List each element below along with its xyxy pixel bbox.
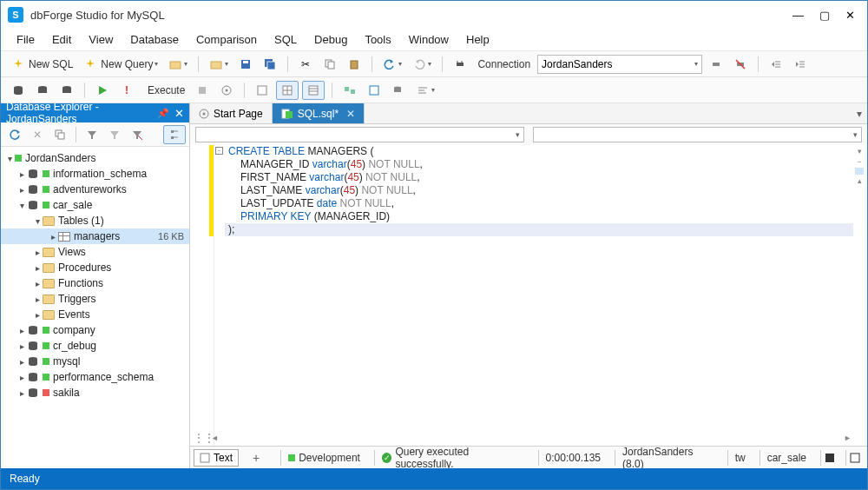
- app-logo-icon: S: [8, 7, 23, 23]
- menu-comparison[interactable]: Comparison: [189, 30, 264, 49]
- execute-button[interactable]: Execute: [141, 83, 188, 98]
- new-sql-button[interactable]: New SQL: [8, 56, 76, 73]
- chevron-right-icon: ▸: [16, 326, 27, 335]
- tree-folder-events[interactable]: ▸Events: [1, 307, 189, 322]
- format-button[interactable]: ▾: [412, 82, 438, 99]
- close-tab-button[interactable]: ✕: [346, 108, 355, 120]
- connection-toggle-button[interactable]: [450, 56, 470, 73]
- scroll-options-button[interactable]: ▾: [858, 147, 862, 156]
- execution-status: ✓Query executed successfully.: [374, 450, 531, 466]
- new-window-button[interactable]: [49, 126, 70, 143]
- maximize-button[interactable]: ▢: [819, 9, 830, 22]
- save-all-button[interactable]: [260, 56, 280, 73]
- tree-table-managers[interactable]: ▸managers16 KB: [1, 228, 189, 244]
- redo-button[interactable]: ▾: [409, 56, 435, 73]
- menu-sql[interactable]: SQL: [267, 30, 304, 49]
- filter-database-select[interactable]: ▾: [533, 127, 862, 142]
- add-db-button[interactable]: [388, 82, 409, 99]
- tree-database[interactable]: ▸information_schema: [1, 166, 189, 182]
- pin-icon[interactable]: 📌: [157, 108, 169, 119]
- cut-button[interactable]: ✂: [295, 56, 316, 73]
- layout-toggle-button[interactable]: [820, 450, 838, 466]
- tree-database[interactable]: ▸company: [1, 322, 189, 338]
- menu-help[interactable]: Help: [459, 30, 496, 49]
- scroll-up-button[interactable]: ▴: [858, 176, 862, 185]
- hscrollbar[interactable]: ◄►: [211, 433, 852, 443]
- tree-folder-triggers[interactable]: ▸Triggers: [1, 291, 189, 307]
- minus-icon[interactable]: −: [857, 157, 861, 166]
- expand-collapse-button[interactable]: [163, 125, 186, 144]
- layout-toggle-button[interactable]: [845, 450, 864, 466]
- filter-1-button[interactable]: [82, 126, 102, 143]
- connection-name: JordanSanders: [25, 152, 95, 164]
- menu-window[interactable]: Window: [402, 30, 456, 49]
- stop-button[interactable]: [192, 82, 213, 99]
- tab-start-page[interactable]: Start Page: [190, 103, 273, 123]
- refresh-button[interactable]: [4, 126, 25, 143]
- connect-button[interactable]: [706, 56, 727, 73]
- tab-sql-file[interactable]: SQL.sql*✕: [273, 103, 365, 123]
- database-icon: [27, 356, 39, 367]
- outdent-button[interactable]: [766, 56, 786, 73]
- indent-button[interactable]: [790, 56, 811, 73]
- filter-connection-select[interactable]: ▾: [195, 127, 524, 142]
- menu-edit[interactable]: Edit: [45, 30, 78, 49]
- square-icon: [825, 453, 835, 463]
- save-button[interactable]: [235, 56, 256, 73]
- separator: [332, 83, 332, 98]
- fold-column: -: [214, 145, 225, 446]
- close-button[interactable]: ✕: [845, 9, 855, 22]
- delete-button[interactable]: ✕: [27, 126, 48, 143]
- connection-select[interactable]: JordanSanders ▾: [537, 55, 702, 74]
- db-action-2-button[interactable]: [32, 82, 53, 99]
- tree-database[interactable]: ▸cr_debug: [1, 338, 189, 354]
- minimize-button[interactable]: —: [792, 9, 804, 22]
- undo-button[interactable]: ▾: [379, 56, 405, 73]
- menu-tools[interactable]: Tools: [358, 30, 398, 49]
- menu-view[interactable]: View: [82, 30, 120, 49]
- table-toggle-button[interactable]: [302, 81, 325, 100]
- tab-overflow-button[interactable]: ▾: [852, 103, 867, 123]
- tree-folder-views[interactable]: ▸Views: [1, 244, 189, 260]
- db-action-3-button[interactable]: [56, 82, 77, 99]
- tree-folder-functions[interactable]: ▸Functions: [1, 275, 189, 291]
- tree-database[interactable]: ▸mysql: [1, 354, 189, 369]
- tree-folder-procedures[interactable]: ▸Procedures: [1, 260, 189, 275]
- menu-database[interactable]: Database: [123, 30, 186, 49]
- target-button[interactable]: [216, 82, 237, 99]
- target-icon: [220, 83, 233, 97]
- add-view-button[interactable]: +: [246, 451, 266, 465]
- tree-database[interactable]: ▸sakila: [1, 385, 189, 401]
- text-view-tab[interactable]: Text: [194, 449, 239, 467]
- tree-database[interactable]: ▾car_sale: [1, 197, 189, 213]
- menu-file[interactable]: File: [10, 30, 42, 49]
- tree-database[interactable]: ▸performance_schema: [1, 369, 189, 385]
- separator: [372, 56, 372, 72]
- disconnect-button[interactable]: [730, 56, 751, 73]
- filter-3-button[interactable]: [127, 126, 148, 143]
- tree-folder-tables[interactable]: ▾Tables (1): [1, 213, 189, 228]
- new-query-button[interactable]: New Query ▾: [80, 56, 161, 73]
- copy-button[interactable]: [319, 56, 340, 73]
- code-editor[interactable]: - CREATE TABLE MANAGERS ( MANAGER_ID var…: [190, 145, 867, 446]
- join-button[interactable]: [339, 82, 360, 99]
- save-icon: [239, 57, 253, 71]
- database-icon: [27, 169, 39, 179]
- menu-debug[interactable]: Debug: [307, 30, 354, 49]
- grid-toggle-button[interactable]: [276, 81, 299, 100]
- chevron-down-icon: ▾: [184, 60, 187, 68]
- fold-toggle[interactable]: -: [215, 147, 223, 155]
- open-folder-button[interactable]: ▾: [206, 56, 232, 73]
- tree-database[interactable]: ▸adventureworks: [1, 182, 189, 197]
- tree-connection[interactable]: ▾JordanSanders: [1, 150, 189, 166]
- run-button[interactable]: [92, 82, 113, 99]
- close-panel-button[interactable]: ✕: [174, 107, 184, 120]
- layout-1-button[interactable]: [252, 82, 273, 99]
- open-button[interactable]: ▾: [165, 56, 191, 73]
- db-action-1-button[interactable]: [8, 82, 29, 99]
- filter-2-button[interactable]: [104, 126, 125, 143]
- warning-button[interactable]: !: [116, 82, 137, 99]
- status-square-icon: [43, 342, 49, 349]
- paste-button[interactable]: [344, 56, 365, 73]
- design-button[interactable]: [364, 82, 385, 99]
